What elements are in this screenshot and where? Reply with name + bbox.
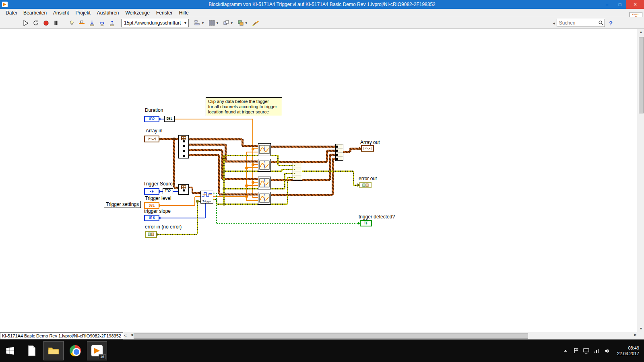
- horizontal-scroll-thumb[interactable]: [134, 333, 528, 339]
- maximize-button[interactable]: □: [613, 0, 626, 9]
- wire-segment[interactable]: [242, 145, 258, 147]
- menu-datei[interactable]: Datei: [2, 9, 20, 16]
- trigger-detected-terminal[interactable]: TF: [360, 220, 372, 226]
- waveform-subset-subvi[interactable]: [258, 143, 271, 156]
- array-in-label[interactable]: Array in: [146, 128, 162, 134]
- wire-segment[interactable]: [327, 150, 335, 152]
- close-button[interactable]: ✕: [626, 0, 644, 9]
- wire-segment[interactable]: [224, 188, 258, 189]
- wire-segment[interactable]: [252, 119, 253, 198]
- menu-hilfe[interactable]: Hilfe: [176, 9, 192, 16]
- wire-segment[interactable]: [192, 192, 200, 194]
- wire-segment[interactable]: [173, 139, 175, 187]
- wire-segment[interactable]: [353, 171, 354, 185]
- tray-network-icon[interactable]: [594, 348, 600, 354]
- retain-wire-values-icon[interactable]: [77, 18, 87, 28]
- wire-segment[interactable]: [271, 188, 285, 189]
- trigger-slope-terminal[interactable]: U16: [144, 215, 159, 221]
- reorder-dropdown[interactable]: ▼: [236, 19, 249, 27]
- trigger-level-label[interactable]: Trigger level: [145, 195, 171, 201]
- minimize-button[interactable]: –: [601, 0, 613, 9]
- array-in-terminal[interactable]: [144, 136, 159, 142]
- search-input[interactable]: [557, 19, 605, 27]
- trigger-source-label[interactable]: Trigger Source: [143, 181, 175, 187]
- wire-segment[interactable]: [175, 119, 253, 119]
- trigger-detected-label[interactable]: trigger detected?: [359, 214, 395, 220]
- wire-segment[interactable]: [271, 194, 332, 196]
- scroll-up-icon[interactable]: ▲: [638, 29, 644, 35]
- wire-segment[interactable]: [156, 234, 197, 235]
- wire-segment[interactable]: [218, 155, 220, 194]
- trigger-subvi[interactable]: Trigger: [200, 191, 213, 204]
- duration-terminal[interactable]: U32: [144, 116, 159, 122]
- menu-projekt[interactable]: Projekt: [72, 9, 93, 16]
- taskbar-labview[interactable]: 16: [87, 341, 107, 360]
- tray-expand-icon[interactable]: [562, 348, 569, 354]
- taskbar-clock[interactable]: 08:49 22.03.2017: [615, 345, 639, 356]
- start-button[interactable]: [0, 341, 20, 360]
- wire-segment[interactable]: [271, 146, 335, 148]
- index-array-node-2[interactable]: [178, 184, 189, 195]
- menu-fenster[interactable]: Fenster: [153, 9, 176, 16]
- taskbar-document-app[interactable]: [22, 341, 42, 360]
- trigger-level-terminal[interactable]: DBL: [144, 202, 159, 209]
- wire-segment[interactable]: [302, 171, 353, 172]
- wire-segment[interactable]: [271, 171, 282, 172]
- wire-segment[interactable]: [173, 191, 178, 192]
- wire-segment[interactable]: [217, 223, 360, 224]
- abort-button[interactable]: [41, 18, 51, 28]
- wire-segment[interactable]: [189, 138, 242, 140]
- taskbar-file-explorer[interactable]: [43, 341, 64, 360]
- font-selector[interactable]: 15pt Anwendungsschriftart▼: [121, 19, 189, 27]
- array-out-terminal[interactable]: [361, 145, 374, 152]
- menu-bearbeiten[interactable]: Bearbeiten: [20, 9, 50, 16]
- index-array-node-1[interactable]: [178, 135, 189, 158]
- wire-segment[interactable]: [329, 154, 331, 180]
- to-dbl-conversion-node[interactable]: DBL: [164, 116, 175, 122]
- align-objects-dropdown[interactable]: ▼: [193, 19, 206, 27]
- wire-segment[interactable]: [159, 205, 195, 206]
- wire-segment[interactable]: [174, 187, 178, 189]
- step-out-icon[interactable]: [107, 18, 117, 28]
- wire-segment[interactable]: [224, 155, 258, 156]
- highlight-execution-icon[interactable]: [67, 18, 76, 28]
- waveform-subset-subvi[interactable]: [258, 192, 271, 205]
- wire-segment[interactable]: [284, 173, 285, 189]
- tray-display-icon[interactable]: [583, 348, 590, 354]
- step-over-icon[interactable]: [97, 18, 107, 28]
- wire-segment[interactable]: [330, 154, 335, 156]
- wire-segment[interactable]: [205, 204, 206, 218]
- context-path[interactable]: KI-5171A4 Basic Demo Rev 1.lvproj/NI-cRI…: [0, 332, 123, 339]
- pause-button[interactable]: [51, 18, 61, 28]
- wire-segment[interactable]: [222, 178, 258, 180]
- wire-segment[interactable]: [246, 152, 258, 152]
- wire-segment[interactable]: [197, 201, 198, 234]
- taskbar-chrome[interactable]: [65, 341, 85, 360]
- wire-segment[interactable]: [287, 177, 293, 178]
- tray-volume-icon[interactable]: [604, 348, 611, 354]
- wire-segment[interactable]: [223, 155, 225, 204]
- scroll-left-icon[interactable]: ◀: [130, 333, 133, 337]
- run-button[interactable]: [21, 18, 31, 28]
- menu-werkzeuge[interactable]: Werkzeuge: [122, 9, 153, 16]
- context-collapse-button[interactable]: <: [124, 333, 126, 338]
- wire-segment[interactable]: [271, 204, 287, 205]
- tray-flag-icon[interactable]: [573, 348, 579, 354]
- wire-segment[interactable]: [287, 177, 288, 204]
- duration-label[interactable]: Duration: [145, 107, 163, 113]
- wire-segment[interactable]: [282, 169, 293, 170]
- wire-segment[interactable]: [225, 160, 258, 162]
- menu-ausfuehren[interactable]: Ausführen: [94, 9, 122, 16]
- wire-segment[interactable]: [213, 196, 246, 197]
- run-continuously-button[interactable]: [31, 18, 41, 28]
- comment-label[interactable]: Clip any data before the trigger for all…: [206, 97, 282, 116]
- wire-segment[interactable]: [189, 149, 222, 151]
- wire-segment[interactable]: [278, 165, 293, 166]
- wire-segment[interactable]: [219, 193, 258, 195]
- wire-segment[interactable]: [225, 144, 227, 161]
- cleanup-diagram-icon[interactable]: [251, 18, 260, 28]
- wire-segment[interactable]: [332, 158, 334, 195]
- vertical-scroll-thumb[interactable]: [639, 37, 644, 113]
- error-out-terminal[interactable]: [359, 182, 372, 188]
- wire-segment[interactable]: [194, 197, 195, 206]
